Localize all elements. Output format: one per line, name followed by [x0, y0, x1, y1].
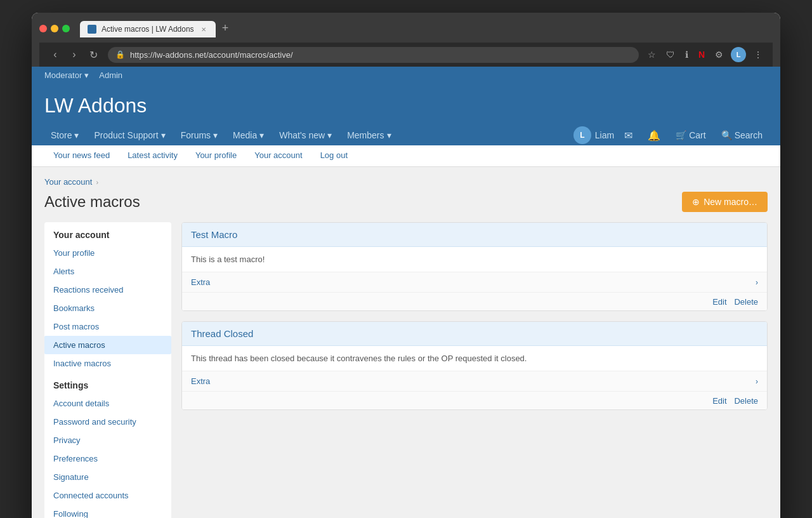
new-tab-button[interactable]: +	[217, 19, 234, 37]
forward-button[interactable]: ›	[66, 46, 82, 63]
breadcrumb-arrow: ›	[96, 178, 98, 186]
nav-right: L Liam ✉ 🔔 🛒 Cart 🔍 Search	[573, 126, 768, 144]
search-button[interactable]: 🔍 Search	[716, 128, 768, 143]
sidebar-item-account-details[interactable]: Account details	[44, 394, 171, 413]
page-title: Active macros	[44, 193, 140, 211]
mail-icon[interactable]: ✉	[619, 127, 638, 144]
macro-title-2: Thread Closed	[191, 328, 253, 339]
nav-store-label: Store	[51, 130, 72, 140]
macro-card-1: Test Macro This is a test macro! Extra ›…	[181, 222, 768, 311]
whats-new-chevron-icon: ▾	[327, 130, 332, 140]
user-menu-button[interactable]: L Liam	[573, 126, 614, 144]
nav-media[interactable]: Media ▾	[226, 125, 270, 145]
moderator-label: Moderator	[44, 70, 82, 80]
sidebar-item-password-security[interactable]: Password and security	[44, 413, 171, 431]
sidebar-item-connected-accounts[interactable]: Connected accounts	[44, 486, 171, 505]
bookmark-icon[interactable]: ☆	[645, 48, 658, 61]
sidebar-item-bookmarks[interactable]: Bookmarks	[44, 299, 171, 317]
cart-icon: 🛒	[676, 130, 686, 140]
macro-extra-link-1[interactable]: Extra	[191, 277, 210, 287]
sub-nav-your-account[interactable]: Your account	[246, 145, 311, 166]
site-content: Moderator ▾ Admin LW Addons Store ▾ Prod…	[32, 67, 780, 518]
breadcrumb-parent[interactable]: Your account	[44, 177, 92, 187]
nav-store[interactable]: Store ▾	[44, 125, 85, 145]
members-chevron-icon: ▾	[387, 130, 391, 140]
tab-close-button[interactable]: ✕	[199, 25, 208, 34]
sidebar-item-privacy[interactable]: Privacy	[44, 431, 171, 449]
new-macro-button[interactable]: ⊕ New macro…	[682, 192, 768, 212]
user-avatar: L	[573, 126, 591, 144]
browser-chrome: Active macros | LW Addons ✕ + ‹ › ↻ 🔒 ht…	[32, 13, 780, 67]
page-header: Active macros ⊕ New macro…	[44, 192, 768, 212]
bell-icon[interactable]: 🔔	[643, 127, 665, 144]
sub-nav-log-out[interactable]: Log out	[311, 145, 357, 166]
sidebar-item-post-macros[interactable]: Post macros	[44, 317, 171, 336]
sidebar-item-active-macros[interactable]: Active macros	[44, 336, 171, 354]
product-support-chevron-icon: ▾	[161, 130, 166, 140]
nav-product-support[interactable]: Product Support ▾	[88, 125, 171, 145]
profile-avatar-small[interactable]: L	[731, 47, 746, 62]
admin-link[interactable]: Admin	[99, 70, 122, 80]
macro-body-text-1: This is a test macro!	[191, 255, 265, 264]
sub-nav-latest-activity[interactable]: Latest activity	[119, 145, 187, 166]
macro-actions-row-2: Edit Delete	[182, 392, 767, 409]
nav-whats-new[interactable]: What's new ▾	[273, 125, 338, 145]
sidebar-item-preferences[interactable]: Preferences	[44, 449, 171, 468]
macro-edit-link-1[interactable]: Edit	[712, 297, 726, 307]
back-button[interactable]: ‹	[47, 46, 63, 63]
lock-icon: 🔒	[115, 50, 125, 59]
sub-nav-news-feed[interactable]: Your news feed	[44, 145, 119, 166]
minimize-traffic-light[interactable]	[51, 25, 58, 32]
user-name: Liam	[595, 130, 614, 140]
info-icon[interactable]: ℹ	[683, 48, 691, 61]
sidebar-item-your-profile[interactable]: Your profile	[44, 244, 171, 262]
close-traffic-light[interactable]	[39, 25, 47, 32]
sidebar-item-alerts[interactable]: Alerts	[44, 262, 171, 281]
browser-controls: Active macros | LW Addons ✕ +	[39, 19, 773, 37]
sidebar-section-title-account: Your account	[44, 222, 171, 244]
main-content: Test Macro This is a test macro! Extra ›…	[181, 222, 768, 420]
macro-extra-row-1: Extra ›	[182, 272, 767, 293]
address-bar: ‹ › ↻ 🔒 https://lw-addons.net/account/ma…	[39, 43, 773, 67]
breadcrumb: Your account ›	[44, 177, 768, 187]
media-chevron-icon: ▾	[259, 130, 264, 140]
new-macro-label: New macro…	[704, 197, 757, 207]
url-bar[interactable]: 🔒 https://lw-addons.net/account/macros/a…	[108, 47, 639, 63]
macro-delete-link-1[interactable]: Delete	[734, 297, 758, 307]
nav-members[interactable]: Members ▾	[341, 125, 397, 145]
macro-body-2: This thread has been closed because it c…	[182, 346, 767, 371]
macro-edit-link-2[interactable]: Edit	[712, 396, 726, 406]
more-options-icon[interactable]: ⋮	[751, 48, 765, 61]
nav-whats-new-label: What's new	[279, 130, 325, 140]
maximize-traffic-light[interactable]	[62, 25, 70, 32]
nav-buttons: ‹ › ↻	[47, 46, 102, 63]
settings-icon[interactable]: ⚙	[712, 48, 726, 61]
sidebar-item-following[interactable]: Following	[44, 505, 171, 518]
sub-nav-your-profile[interactable]: Your profile	[187, 145, 246, 166]
page-layout: Your account Your profile Alerts Reactio…	[44, 222, 768, 518]
sidebar-item-reactions-received[interactable]: Reactions received	[44, 281, 171, 299]
search-icon: 🔍	[721, 130, 732, 140]
tab-favicon	[88, 25, 96, 34]
sidebar-section-title-settings: Settings	[44, 373, 171, 394]
macro-title-row-1: Test Macro	[182, 223, 767, 247]
macro-delete-link-2[interactable]: Delete	[734, 396, 758, 406]
sub-nav: Your news feed Latest activity Your prof…	[32, 145, 780, 167]
admin-bar: Moderator ▾ Admin	[32, 67, 780, 84]
toolbar-icons: ☆ 🛡 ℹ N ⚙ L ⋮	[645, 47, 765, 62]
cart-button[interactable]: 🛒 Cart	[671, 128, 710, 143]
sidebar-item-signature[interactable]: Signature	[44, 468, 171, 486]
nav-forums-label: Forums	[181, 130, 211, 140]
store-chevron-icon: ▾	[74, 130, 79, 140]
macro-title-row-2: Thread Closed	[182, 322, 767, 346]
macro-extra-link-2[interactable]: Extra	[191, 376, 210, 386]
active-tab[interactable]: Active macros | LW Addons ✕	[80, 21, 216, 37]
search-label: Search	[735, 130, 763, 140]
shield-icon[interactable]: 🛡	[664, 48, 678, 61]
refresh-button[interactable]: ↻	[85, 46, 102, 63]
moderator-link[interactable]: Moderator ▾	[44, 70, 89, 80]
nav-forums[interactable]: Forums ▾	[174, 125, 224, 145]
sidebar-item-inactive-macros[interactable]: Inactive macros	[44, 354, 171, 373]
netflix-icon[interactable]: N	[696, 48, 707, 61]
tab-title: Active macros | LW Addons	[102, 25, 194, 34]
